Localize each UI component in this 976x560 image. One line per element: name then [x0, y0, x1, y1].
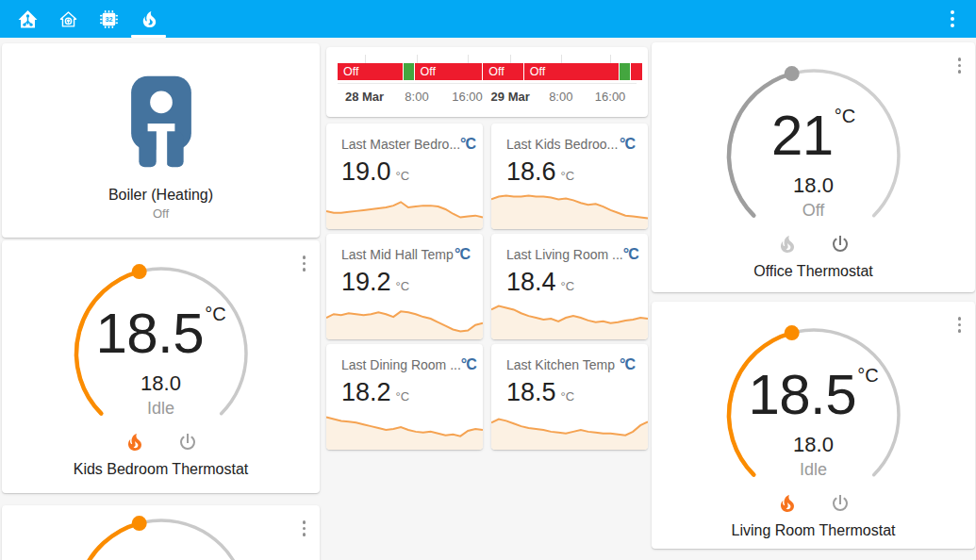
timeline-segment[interactable]: Off [338, 63, 403, 80]
timeline-segment[interactable] [404, 63, 414, 80]
sensor-title: Last Living Room ... [506, 247, 623, 262]
sensor-value: 19.0 [341, 157, 391, 186]
sensor-title: Last Dining Room ... [341, 357, 461, 372]
home-assistant-logo-icon [17, 8, 39, 30]
hvac-state: Idle [720, 460, 908, 480]
sensor-card-dining-room[interactable]: Last Dining Room ...°C 18.2°C [326, 344, 483, 450]
sensor-unit: °C [396, 389, 410, 404]
timeline-segment[interactable]: Off [524, 63, 619, 80]
timeline-tick-label: 8:00 [549, 90, 572, 104]
timeline-bar[interactable]: OffOffOffOff [338, 63, 637, 80]
history-timeline-card[interactable]: OffOffOffOff 28 Mar8:0016:0029 Mar8:0016… [326, 47, 648, 117]
power-off-icon[interactable] [176, 431, 199, 453]
heat-mode-icon[interactable] [124, 431, 146, 453]
more-options-icon[interactable] [955, 55, 965, 76]
sensor-value: 18.5 [506, 378, 556, 406]
thermostat-name: Office Thermostat [652, 263, 975, 280]
sensor-sparkline [326, 298, 483, 339]
sensor-unit: °C [396, 279, 410, 293]
sensor-card-mid-hall[interactable]: Last Mid Hall Temp°C 19.2°C [326, 234, 483, 339]
sensor-title: Last Kids Bedroo... [506, 137, 618, 152]
sensor-sparkline [491, 408, 648, 450]
tab-home[interactable] [48, 0, 89, 38]
fire-icon [139, 8, 160, 30]
tab-heating[interactable] [129, 0, 170, 38]
target-temperature: 18.0 [720, 433, 908, 457]
temperature-unit: °C [205, 304, 225, 324]
boiler-title: Boiler (Heating) [2, 187, 320, 204]
tab-home-assistant-logo[interactable] [8, 0, 48, 38]
home-arrow-icon [58, 8, 79, 30]
timeline-tick-label: 28 Mar [345, 90, 384, 104]
tab-cpu[interactable]: 32 [89, 0, 129, 38]
sensor-value: 18.2 [341, 378, 391, 406]
thermostat-name: Living Room Thermostat [652, 522, 975, 539]
sensor-card-kitchen[interactable]: Last Kitchen Temp°C 18.5°C [491, 344, 648, 450]
sensor-unit: °C [396, 169, 410, 183]
thermostat-card-office[interactable]: 21°C 18.0 Off Office Thermostat [652, 42, 975, 292]
timeline-tick-label: 16:00 [595, 90, 626, 104]
sensor-value: 18.6 [506, 157, 556, 186]
active-tab-indicator [131, 35, 166, 38]
overflow-menu-icon[interactable] [948, 8, 957, 30]
sensor-sparkline [326, 408, 483, 450]
timeline-gridlines [338, 55, 637, 63]
power-off-icon[interactable] [829, 492, 852, 515]
sensor-sparkline [491, 298, 648, 339]
sensor-value: 18.4 [506, 268, 556, 296]
target-temperature: 18.0 [720, 173, 908, 198]
thermostat-card-partial[interactable] [2, 505, 320, 560]
more-options-icon[interactable] [955, 314, 965, 336]
thermostat-dial[interactable] [67, 511, 256, 560]
timeline-segment[interactable]: Off [483, 63, 522, 80]
app-header: 32 [0, 0, 976, 38]
more-options-icon[interactable] [300, 518, 309, 539]
timeline-segment[interactable]: Off [415, 63, 483, 80]
thermostat-dial[interactable]: 18.5°C 18.0 Idle [67, 259, 256, 448]
timeline-segment[interactable] [620, 63, 630, 80]
sensor-unit: °C [561, 169, 575, 183]
more-options-icon[interactable] [300, 253, 309, 274]
thermostat-card-kids-bedroom[interactable]: 18.5°C 18.0 Idle Kids Bedroom Thermostat [2, 240, 320, 493]
target-temperature: 18.0 [67, 371, 256, 396]
view-tabs: 32 [0, 0, 976, 38]
thermostat-card-living-room[interactable]: 18.5°C 18.0 Idle Living Room Thermostat [652, 302, 975, 549]
boiler-status: Off [2, 206, 320, 221]
thermostat-dial[interactable]: 18.5°C 18.0 Idle [720, 321, 908, 509]
sensor-card-master-bedroom[interactable]: Last Master Bedro...°C 19.0°C [326, 124, 483, 229]
temperature-celsius-icon: °C [623, 246, 638, 263]
timeline-segment[interactable] [631, 63, 642, 80]
temperature-celsius-icon: °C [455, 246, 470, 263]
temperature-celsius-icon: °C [460, 136, 475, 153]
timeline-tick-label: 29 Mar [491, 90, 530, 104]
thermostat-dial[interactable]: 21°C 18.0 Off [720, 61, 908, 250]
cpu-icon-label: 32 [106, 16, 113, 24]
sensor-unit: °C [561, 389, 575, 404]
power-off-icon[interactable] [829, 233, 852, 255]
sensor-card-kids-bedroom[interactable]: Last Kids Bedroo...°C 18.6°C [491, 124, 648, 229]
heat-mode-icon[interactable] [776, 492, 799, 515]
sensor-sparkline [491, 188, 648, 229]
hvac-state: Idle [67, 399, 256, 419]
temperature-unit: °C [857, 365, 878, 386]
cpu-32-bit-icon: 32 [98, 8, 120, 30]
sensor-value: 19.2 [341, 268, 391, 296]
temperature-celsius-icon: °C [620, 356, 635, 373]
water-boiler-icon [127, 69, 195, 174]
sensor-title: Last Master Bedro... [341, 137, 460, 152]
temperature-celsius-icon: °C [620, 136, 635, 153]
temperature-celsius-icon: °C [461, 356, 476, 373]
thermostat-name: Kids Bedroom Thermostat [2, 461, 320, 478]
timeline-tick-label: 16:00 [452, 90, 483, 104]
temperature-unit: °C [835, 106, 855, 126]
boiler-card[interactable]: Boiler (Heating) Off [2, 43, 320, 238]
sensor-sparkline [326, 188, 483, 229]
sensor-title: Last Mid Hall Temp [341, 247, 454, 262]
sensor-unit: °C [561, 279, 575, 293]
current-temperature: 18.5 [95, 302, 204, 365]
heat-mode-icon[interactable] [776, 233, 799, 255]
timeline-tick-label: 8:00 [405, 90, 428, 104]
timeline-axis: 28 Mar8:0016:0029 Mar8:0016:00 [338, 83, 637, 103]
hvac-state: Off [720, 201, 908, 221]
sensor-card-living-room[interactable]: Last Living Room ...°C 18.4°C [491, 234, 648, 339]
